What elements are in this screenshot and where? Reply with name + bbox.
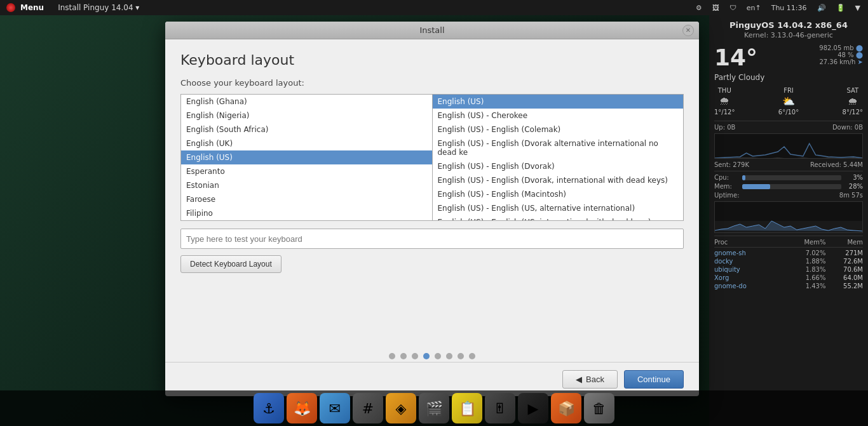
- install-icon[interactable]: 📦: [551, 393, 581, 423]
- forecast-temp: 6°/10°: [778, 109, 799, 116]
- proc-row: gnome-sh 7.02% 271M: [714, 250, 863, 256]
- divider-2: [714, 171, 863, 171]
- shield-icon[interactable]: 🛡: [727, 4, 739, 12]
- continue-button[interactable]: Continue: [624, 370, 684, 389]
- right-list-item[interactable]: English (US) - English (Colemak): [433, 123, 684, 136]
- proc-row: Xorg 1.66% 64.0M: [714, 274, 863, 281]
- left-list-item[interactable]: English (Nigeria): [181, 109, 432, 123]
- pagination-dot-3[interactable]: [423, 353, 430, 359]
- proc-name: docky: [714, 258, 789, 265]
- notes-icon[interactable]: 📋: [452, 393, 482, 423]
- send-recv: Sent: 279K Received: 5.44M: [714, 161, 863, 168]
- uptime-label: Uptime:: [714, 192, 740, 199]
- ram-value: 982.05 mb: [819, 44, 853, 51]
- forecast-temp: 1°/12°: [714, 109, 735, 116]
- mem-pct: 28%: [844, 183, 863, 190]
- activity-graph: [714, 201, 863, 233]
- pagination-dot-2[interactable]: [412, 353, 418, 359]
- right-list-item[interactable]: English (US): [433, 95, 684, 109]
- proc-row: docky 1.88% 72.6M: [714, 258, 863, 265]
- cpu-pct: 3%: [844, 174, 863, 181]
- proc-mem: 271M: [826, 250, 864, 256]
- installer-window: Install ✕ Keyboard layout Choose your ke…: [165, 22, 699, 396]
- terminal-icon[interactable]: ▶: [518, 393, 548, 423]
- proc-mem-pct: 1.88%: [789, 258, 826, 265]
- forecast-day-0: THU 🌨 1°/12°: [714, 87, 735, 116]
- menu-icon: [6, 3, 15, 12]
- subtitle: Choose your keyboard layout:: [180, 78, 684, 88]
- installer-content: Keyboard layout Choose your keyboard lay…: [165, 39, 699, 347]
- ram-pct: 48 %: [837, 51, 853, 58]
- right-list-item[interactable]: English (US) - English (US, alternative …: [433, 201, 684, 215]
- app-name[interactable]: Install Pinguy 14.04 ▾: [50, 3, 147, 12]
- left-list[interactable]: English (Ghana)English (Nigeria)English …: [180, 94, 432, 221]
- proc-mem: 70.6M: [826, 266, 864, 273]
- right-list-item[interactable]: English (US) - English (Dvorak, internat…: [433, 173, 684, 187]
- mixer-icon[interactable]: 🎚: [485, 393, 515, 423]
- left-list-item[interactable]: English (Ghana): [181, 95, 432, 109]
- left-list-item[interactable]: Esperanto: [181, 164, 432, 178]
- sent-value: Sent: 279K: [714, 161, 749, 168]
- right-list-item[interactable]: English (US) - Cherokee: [433, 109, 684, 123]
- sketch-icon[interactable]: ◈: [386, 393, 416, 423]
- proc-mem-pct: 1.83%: [789, 266, 826, 273]
- weather-row: 14° 982.05 mb ⬤ 48 % ⬤ 27.36 km/h ➤: [714, 44, 863, 70]
- lang-selector[interactable]: en↑: [744, 4, 764, 12]
- trash-icon[interactable]: 🗑: [584, 393, 614, 423]
- pagination-dot-6[interactable]: [458, 353, 464, 359]
- wind-speed: 27.36 km/h: [819, 58, 855, 65]
- mem-bar-bg: [742, 184, 841, 189]
- pagination-dot-1[interactable]: [400, 353, 407, 359]
- anchor-icon[interactable]: ⚓: [254, 393, 284, 423]
- installer-titlebar: Install ✕: [165, 22, 699, 39]
- mem-stat-row: Mem: 28%: [714, 183, 863, 190]
- video-icon[interactable]: 🎬: [419, 393, 449, 423]
- left-list-item[interactable]: Filipino: [181, 206, 432, 220]
- sound-icon[interactable]: 🔊: [815, 4, 829, 12]
- left-list-item[interactable]: English (South Africa): [181, 123, 432, 136]
- right-list[interactable]: English (US)English (US) - CherokeeEngli…: [432, 94, 684, 221]
- divider-3: [714, 236, 863, 236]
- net-stats: Up: 0B Down: 0B: [714, 124, 863, 131]
- expand-icon[interactable]: ▼: [853, 4, 863, 12]
- right-list-item[interactable]: English (US) - English (Macintosh): [433, 187, 684, 201]
- left-list-item[interactable]: Estonian: [181, 178, 432, 192]
- forecast-day-label: FRI: [783, 87, 794, 94]
- proc-name: gnome-do: [714, 283, 789, 290]
- uptime-row: Uptime: 8m 57s: [714, 192, 863, 199]
- kernel-version: Kernel: 3.13.0-46-generic: [714, 31, 863, 39]
- received-value: Received: 5.44M: [810, 161, 863, 168]
- left-list-item[interactable]: English (UK): [181, 136, 432, 150]
- forecast-temp: 8°/12°: [843, 109, 863, 116]
- menu-button[interactable]: Menu: [0, 3, 50, 12]
- temperature: 14°: [714, 44, 757, 70]
- keyboard-test-input[interactable]: [180, 229, 684, 249]
- weather-condition: Partly Cloudy: [714, 73, 863, 82]
- detect-keyboard-button[interactable]: Detect Keyboard Layout: [180, 255, 281, 273]
- forecast-icon: ⛅: [782, 95, 795, 107]
- close-button[interactable]: ✕: [682, 25, 694, 36]
- proc-name: gnome-sh: [714, 250, 789, 256]
- mail-icon[interactable]: ✉: [320, 393, 350, 423]
- firefox-icon[interactable]: 🦊: [287, 393, 317, 423]
- pagination-dot-0[interactable]: [389, 353, 395, 359]
- pagination-dot-4[interactable]: [435, 353, 441, 359]
- datetime: Thu 11:36: [769, 4, 810, 12]
- pagination-dot-5[interactable]: [446, 353, 452, 359]
- pagination-dot-7[interactable]: [469, 353, 475, 359]
- cpu-bar-bg: [742, 175, 841, 180]
- os-title: PinguyOS 14.04.2 x86_64: [714, 20, 863, 30]
- tag-icon[interactable]: #: [353, 393, 383, 423]
- right-list-item[interactable]: English (US) - English (US, internationa…: [433, 215, 684, 221]
- left-list-item[interactable]: English (US): [181, 150, 432, 164]
- back-button[interactable]: ◀ Back: [562, 370, 618, 389]
- right-list-item[interactable]: English (US) - English (Dvorak alternati…: [433, 136, 684, 159]
- right-list-item[interactable]: English (US) - English (Dvorak): [433, 159, 684, 173]
- proc-mem-pct: 1.66%: [789, 274, 826, 281]
- left-list-item[interactable]: Faroese: [181, 192, 432, 206]
- image-icon[interactable]: 🖼: [710, 4, 722, 12]
- net-down: Down: 0B: [832, 124, 863, 131]
- process-list: gnome-sh 7.02% 271M docky 1.88% 72.6M ub…: [714, 250, 863, 290]
- forecast-day-label: THU: [718, 87, 731, 94]
- settings-icon[interactable]: ⚙: [693, 4, 705, 12]
